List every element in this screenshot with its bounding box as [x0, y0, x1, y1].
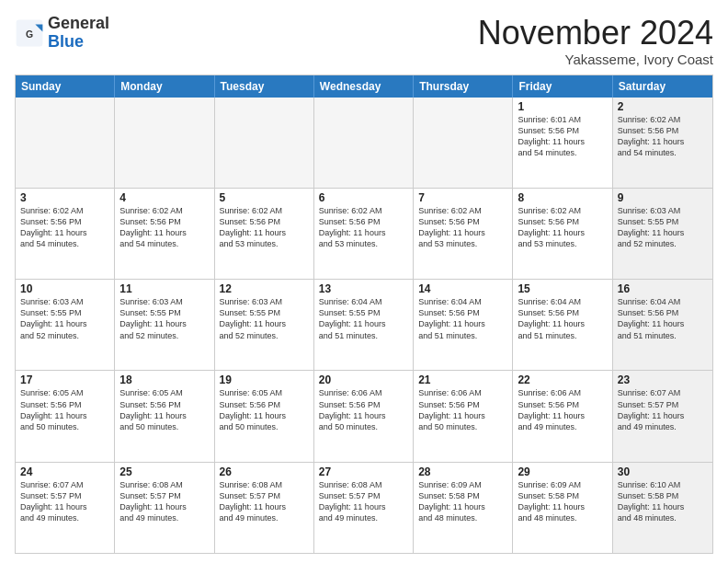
day-number: 25: [119, 465, 209, 478]
day-number: 30: [618, 465, 708, 478]
day-number: 14: [418, 282, 507, 295]
cal-row-2: 10Sunrise: 6:03 AM Sunset: 5:55 PM Dayli…: [16, 279, 712, 370]
svg-text:G: G: [26, 29, 33, 40]
day-number: 5: [220, 191, 309, 204]
cal-cell: [16, 98, 115, 188]
day-number: 7: [418, 191, 507, 204]
logo-blue: Blue: [48, 32, 84, 51]
day-info: Sunrise: 6:03 AM Sunset: 5:55 PM Dayligh…: [20, 296, 109, 341]
day-info: Sunrise: 6:06 AM Sunset: 5:56 PM Dayligh…: [319, 387, 408, 432]
cal-cell: 29Sunrise: 6:09 AM Sunset: 5:58 PM Dayli…: [513, 463, 612, 553]
day-info: Sunrise: 6:02 AM Sunset: 5:56 PM Dayligh…: [518, 205, 607, 250]
cal-cell: 11Sunrise: 6:03 AM Sunset: 5:55 PM Dayli…: [115, 280, 214, 370]
day-number: 20: [319, 373, 408, 386]
cal-cell: 21Sunrise: 6:06 AM Sunset: 5:56 PM Dayli…: [414, 371, 513, 461]
day-number: 29: [518, 465, 607, 478]
day-info: Sunrise: 6:08 AM Sunset: 5:57 PM Dayligh…: [220, 479, 309, 524]
day-number: 12: [220, 282, 309, 295]
header-sunday: Sunday: [16, 75, 115, 98]
day-info: Sunrise: 6:03 AM Sunset: 5:55 PM Dayligh…: [220, 296, 309, 341]
cal-cell: 18Sunrise: 6:05 AM Sunset: 5:56 PM Dayli…: [115, 371, 214, 461]
day-number: 4: [119, 191, 209, 204]
day-number: 26: [220, 465, 309, 478]
cal-cell: [314, 98, 414, 188]
day-number: 22: [518, 373, 607, 386]
cal-row-4: 24Sunrise: 6:07 AM Sunset: 5:57 PM Dayli…: [16, 462, 712, 553]
cal-cell: 17Sunrise: 6:05 AM Sunset: 5:56 PM Dayli…: [16, 371, 115, 461]
cal-cell: [414, 98, 513, 188]
cal-cell: 14Sunrise: 6:04 AM Sunset: 5:56 PM Dayli…: [414, 280, 513, 370]
day-number: 27: [319, 465, 408, 478]
day-number: 23: [618, 373, 708, 386]
location: Yakasseme, Ivory Coast: [478, 52, 713, 67]
cal-cell: [215, 98, 314, 188]
cal-cell: 5Sunrise: 6:02 AM Sunset: 5:56 PM Daylig…: [215, 189, 314, 279]
cal-row-0: 1Sunrise: 6:01 AM Sunset: 5:56 PM Daylig…: [16, 98, 712, 188]
day-info: Sunrise: 6:01 AM Sunset: 5:56 PM Dayligh…: [518, 114, 607, 159]
day-info: Sunrise: 6:04 AM Sunset: 5:55 PM Dayligh…: [319, 296, 408, 341]
logo: G General Blue: [15, 15, 109, 52]
day-info: Sunrise: 6:09 AM Sunset: 5:58 PM Dayligh…: [518, 479, 607, 524]
cal-cell: 22Sunrise: 6:06 AM Sunset: 5:56 PM Dayli…: [513, 371, 612, 461]
cal-row-3: 17Sunrise: 6:05 AM Sunset: 5:56 PM Dayli…: [16, 370, 712, 461]
cal-cell: 9Sunrise: 6:03 AM Sunset: 5:55 PM Daylig…: [613, 189, 712, 279]
page-header: G General Blue November 2024 Yakasseme, …: [15, 15, 713, 67]
day-info: Sunrise: 6:02 AM Sunset: 5:56 PM Dayligh…: [618, 114, 708, 159]
day-info: Sunrise: 6:07 AM Sunset: 5:57 PM Dayligh…: [618, 387, 708, 432]
cal-cell: 20Sunrise: 6:06 AM Sunset: 5:56 PM Dayli…: [314, 371, 414, 461]
day-info: Sunrise: 6:08 AM Sunset: 5:57 PM Dayligh…: [319, 479, 408, 524]
day-info: Sunrise: 6:10 AM Sunset: 5:58 PM Dayligh…: [618, 479, 708, 524]
day-info: Sunrise: 6:05 AM Sunset: 5:56 PM Dayligh…: [20, 387, 109, 432]
cal-cell: 3Sunrise: 6:02 AM Sunset: 5:56 PM Daylig…: [16, 189, 115, 279]
title-block: November 2024 Yakasseme, Ivory Coast: [478, 15, 713, 67]
cal-cell: 25Sunrise: 6:08 AM Sunset: 5:57 PM Dayli…: [115, 463, 214, 553]
day-number: 18: [119, 373, 209, 386]
day-number: 2: [618, 100, 708, 113]
day-number: 19: [220, 373, 309, 386]
day-info: Sunrise: 6:04 AM Sunset: 5:56 PM Dayligh…: [418, 296, 507, 341]
header-monday: Monday: [115, 75, 214, 98]
cal-row-1: 3Sunrise: 6:02 AM Sunset: 5:56 PM Daylig…: [16, 188, 712, 279]
day-number: 10: [20, 282, 109, 295]
cal-cell: 27Sunrise: 6:08 AM Sunset: 5:57 PM Dayli…: [314, 463, 414, 553]
header-wednesday: Wednesday: [314, 75, 414, 98]
page: G General Blue November 2024 Yakasseme, …: [0, 0, 728, 563]
day-info: Sunrise: 6:05 AM Sunset: 5:56 PM Dayligh…: [220, 387, 309, 432]
cal-cell: 19Sunrise: 6:05 AM Sunset: 5:56 PM Dayli…: [215, 371, 314, 461]
day-number: 6: [319, 191, 408, 204]
logo-icon: G: [15, 18, 44, 48]
cal-cell: 15Sunrise: 6:04 AM Sunset: 5:56 PM Dayli…: [513, 280, 612, 370]
day-info: Sunrise: 6:02 AM Sunset: 5:56 PM Dayligh…: [418, 205, 507, 250]
day-number: 28: [418, 465, 507, 478]
day-info: Sunrise: 6:07 AM Sunset: 5:57 PM Dayligh…: [20, 479, 109, 524]
logo-general: General: [48, 14, 109, 32]
cal-cell: 2Sunrise: 6:02 AM Sunset: 5:56 PM Daylig…: [613, 98, 712, 188]
cal-cell: 24Sunrise: 6:07 AM Sunset: 5:57 PM Dayli…: [16, 463, 115, 553]
cal-cell: 4Sunrise: 6:02 AM Sunset: 5:56 PM Daylig…: [115, 189, 214, 279]
day-info: Sunrise: 6:06 AM Sunset: 5:56 PM Dayligh…: [518, 387, 607, 432]
cal-cell: 16Sunrise: 6:04 AM Sunset: 5:56 PM Dayli…: [613, 280, 712, 370]
cal-cell: 26Sunrise: 6:08 AM Sunset: 5:57 PM Dayli…: [215, 463, 314, 553]
day-number: 1: [518, 100, 607, 113]
day-info: Sunrise: 6:02 AM Sunset: 5:56 PM Dayligh…: [20, 205, 109, 250]
cal-cell: 30Sunrise: 6:10 AM Sunset: 5:58 PM Dayli…: [613, 463, 712, 553]
header-saturday: Saturday: [613, 75, 712, 98]
day-info: Sunrise: 6:03 AM Sunset: 5:55 PM Dayligh…: [119, 296, 209, 341]
cal-cell: 12Sunrise: 6:03 AM Sunset: 5:55 PM Dayli…: [215, 280, 314, 370]
day-number: 3: [20, 191, 109, 204]
day-number: 8: [518, 191, 607, 204]
day-info: Sunrise: 6:04 AM Sunset: 5:56 PM Dayligh…: [518, 296, 607, 341]
calendar-body: 1Sunrise: 6:01 AM Sunset: 5:56 PM Daylig…: [16, 98, 712, 553]
cal-cell: 7Sunrise: 6:02 AM Sunset: 5:56 PM Daylig…: [414, 189, 513, 279]
day-info: Sunrise: 6:02 AM Sunset: 5:56 PM Dayligh…: [119, 205, 209, 250]
day-number: 21: [418, 373, 507, 386]
cal-cell: [115, 98, 214, 188]
cal-cell: 28Sunrise: 6:09 AM Sunset: 5:58 PM Dayli…: [414, 463, 513, 553]
day-number: 15: [518, 282, 607, 295]
cal-cell: 10Sunrise: 6:03 AM Sunset: 5:55 PM Dayli…: [16, 280, 115, 370]
header-friday: Friday: [513, 75, 612, 98]
logo-text: General Blue: [48, 15, 109, 52]
day-number: 9: [618, 191, 708, 204]
day-info: Sunrise: 6:02 AM Sunset: 5:56 PM Dayligh…: [319, 205, 408, 250]
day-info: Sunrise: 6:04 AM Sunset: 5:56 PM Dayligh…: [618, 296, 708, 341]
